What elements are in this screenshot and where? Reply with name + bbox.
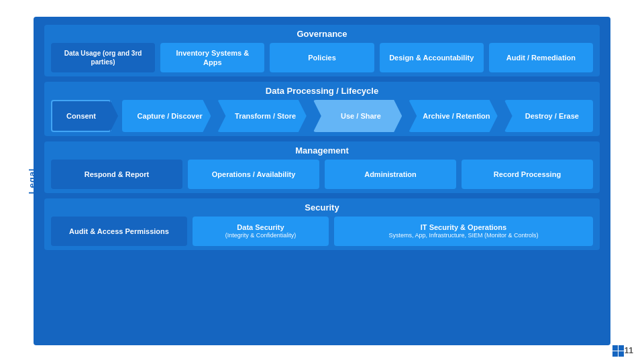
governance-card-audit: Audit / Remediation <box>489 43 593 72</box>
management-card-operations: Operations / Availability <box>188 160 319 189</box>
governance-title: Governance <box>51 29 593 39</box>
governance-card-design: Design & Accountability <box>380 43 484 72</box>
security-card-audit-access: Audit & Access Permissions <box>51 217 187 246</box>
security-title: Security <box>51 202 593 213</box>
data-processing-section: Data Processing / Lifecycle Consent Capt… <box>44 82 600 136</box>
management-card-record-processing: Record Processing <box>462 160 593 189</box>
management-cards-row: Respond & Report Operations / Availabili… <box>51 160 593 189</box>
management-title: Management <box>51 145 593 156</box>
consent-card: Consent <box>51 100 111 132</box>
main-box: Governance Data Usage (org and 3rd parti… <box>34 17 610 345</box>
management-card-respond: Respond & Report <box>51 160 182 189</box>
governance-section: Governance Data Usage (org and 3rd parti… <box>44 25 600 76</box>
security-card-data-security: Data Security (Integrity & Confidentiali… <box>193 217 329 246</box>
lifecycle-card-archive: Archive / Retention <box>409 100 497 132</box>
lifecycle-card-capture: Capture / Discover <box>122 100 211 132</box>
data-processing-title: Data Processing / Lifecycle <box>51 86 593 96</box>
security-cards-row: Audit & Access Permissions Data Security… <box>51 217 593 246</box>
management-card-administration: Administration <box>325 160 456 189</box>
logo <box>612 345 624 357</box>
page-number: 11 <box>625 346 633 355</box>
page-container: Legal Governance Data Usage (org and 3rd… <box>0 0 644 362</box>
governance-card-data-usage: Data Usage (org and 3rd parties) <box>51 43 155 72</box>
security-section: Security Audit & Access Permissions Data… <box>44 198 600 250</box>
governance-card-policies: Policies <box>270 43 374 72</box>
data-processing-cards-row: Consent Capture / Discover Transform / S… <box>51 100 593 132</box>
lifecycle-card-transform: Transform / Store <box>217 100 306 132</box>
lifecycle-card-use-share: Use / Share <box>313 100 402 132</box>
security-card-it-security: IT Security & Operations Systems, App, I… <box>334 217 593 246</box>
lifecycle-card-destroy: Destroy / Erase <box>504 100 593 132</box>
governance-card-inventory: Inventory Systems & Apps <box>160 43 264 72</box>
governance-cards-row: Data Usage (org and 3rd parties) Invento… <box>51 43 593 72</box>
management-section: Management Respond & Report Operations /… <box>44 141 600 193</box>
